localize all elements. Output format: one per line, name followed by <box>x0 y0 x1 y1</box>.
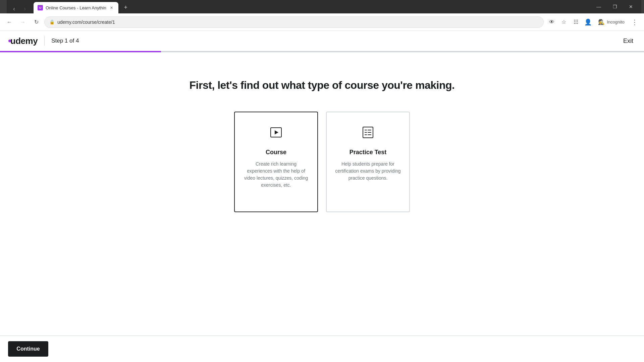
minimize-button[interactable]: — <box>591 0 606 13</box>
navigation-bar: ← → ↻ 🔒 udemy.com/course/create/1 👁 ☆ ☷ … <box>0 13 644 31</box>
address-bar[interactable]: 🔒 udemy.com/course/create/1 <box>44 16 544 28</box>
step-indicator: Step 1 of 4 <box>51 38 79 44</box>
browser-chrome: ‹ › U Online Courses - Learn Anythin ✕ +… <box>0 0 644 31</box>
tab-favicon: U <box>38 5 43 10</box>
header-divider <box>44 36 45 46</box>
bottom-bar: Continue <box>0 336 644 362</box>
main-content: First, let's find out what type of cours… <box>0 52 644 349</box>
app-header: • udemy Step 1 of 4 Exit <box>0 31 644 51</box>
svg-marker-1 <box>275 130 278 134</box>
restore-button[interactable]: ❐ <box>607 0 623 13</box>
nav-actions: 👁 ☆ ☷ 👤 🕵 Incognito ⋮ <box>546 17 640 27</box>
course-card-description: Create rich learning experiences with th… <box>243 161 309 189</box>
incognito-icon: 🕵 <box>598 19 605 25</box>
course-icon <box>269 126 283 142</box>
tab-back-button[interactable]: ‹ <box>9 4 19 13</box>
lock-icon: 🔒 <box>49 19 55 24</box>
new-tab-button[interactable]: + <box>121 3 130 12</box>
exit-button[interactable]: Exit <box>621 36 636 46</box>
tab-title: Online Courses - Learn Anythin <box>46 5 106 10</box>
practice-test-icon <box>361 126 375 142</box>
profile-button[interactable]: 👤 <box>583 17 593 27</box>
eyeball-button[interactable]: 👁 <box>546 17 557 27</box>
app-content: • udemy Step 1 of 4 Exit First, let's fi… <box>0 31 644 349</box>
back-button[interactable]: ← <box>4 17 15 27</box>
incognito-button[interactable]: 🕵 Incognito <box>595 17 628 26</box>
bookmark-button[interactable]: ☆ <box>558 17 569 27</box>
reload-button[interactable]: ↻ <box>31 17 42 27</box>
more-button[interactable]: ⋮ <box>629 17 640 27</box>
course-card-title: Course <box>266 149 286 156</box>
tab-forward-button[interactable]: › <box>20 4 30 13</box>
udemy-logo: • udemy <box>8 36 38 46</box>
practice-test-card[interactable]: Practice Test Help students prepare for … <box>326 112 410 212</box>
close-button[interactable]: ✕ <box>623 0 639 13</box>
forward-button[interactable]: → <box>17 17 28 27</box>
continue-button[interactable]: Continue <box>8 341 48 357</box>
main-heading: First, let's find out what type of cours… <box>190 79 455 92</box>
cards-container: Course Create rich learning experiences … <box>234 112 410 212</box>
title-bar: ‹ › U Online Courses - Learn Anythin ✕ +… <box>0 0 644 13</box>
progress-bar-fill <box>0 51 161 52</box>
active-tab[interactable]: U Online Courses - Learn Anythin ✕ <box>34 2 118 13</box>
progress-bar-container <box>0 51 644 52</box>
side-panel-button[interactable]: ☷ <box>571 17 581 27</box>
practice-test-card-title: Practice Test <box>350 149 387 156</box>
practice-test-card-description: Help students prepare for certification … <box>335 161 401 182</box>
incognito-label: Incognito <box>607 19 625 24</box>
address-text: udemy.com/course/create/1 <box>57 19 539 25</box>
window-controls: — ❐ ✕ <box>591 0 639 13</box>
tab-close-button[interactable]: ✕ <box>109 5 114 10</box>
course-card[interactable]: Course Create rich learning experiences … <box>234 112 318 212</box>
logo-text: udemy <box>10 36 38 46</box>
